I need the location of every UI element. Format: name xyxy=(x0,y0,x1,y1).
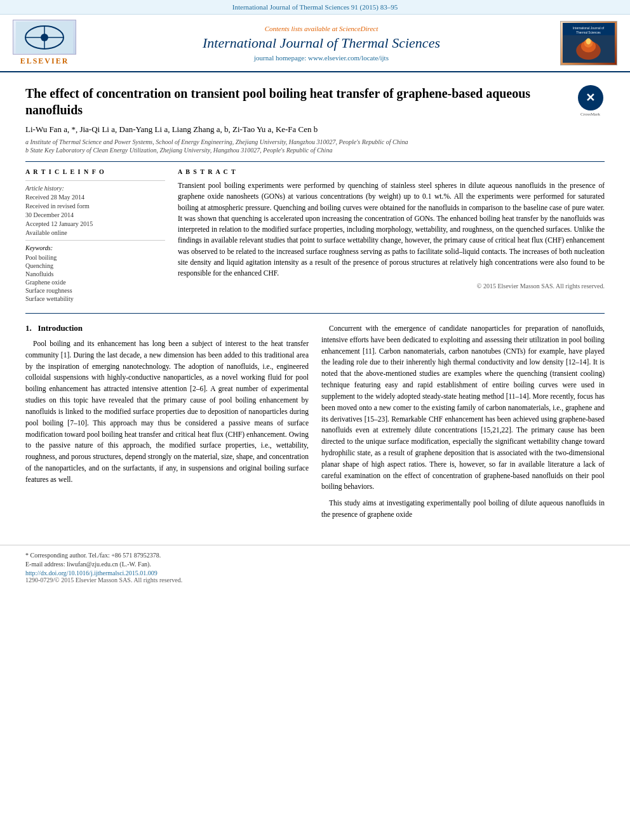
doi-link[interactable]: http://dx.doi.org/10.1016/j.ijthermalsci… xyxy=(25,570,605,577)
keywords-label: Keywords: xyxy=(25,244,165,251)
svg-text:Thermal Sciences: Thermal Sciences xyxy=(576,31,601,34)
elsevier-logo-section: ELSEVIER xyxy=(6,20,83,66)
article-title: The effect of concentration on transient… xyxy=(25,85,566,118)
body-two-col: 1. Introduction Pool boiling and its enh… xyxy=(25,323,605,526)
journal-citation-bar: International Journal of Thermal Science… xyxy=(0,0,630,15)
crossmark-label: CrossMark xyxy=(580,112,600,117)
keyword-5: Surface roughness xyxy=(25,287,165,294)
abstract-copyright: © 2015 Elsevier Masson SAS. All rights r… xyxy=(178,283,605,290)
journal-title: International Journal of Thermal Science… xyxy=(83,35,560,51)
journal-header-center: Contents lists available at ScienceDirec… xyxy=(83,25,560,62)
article-info-abstract: A R T I C L E I N F O Article history: R… xyxy=(25,161,605,303)
svg-point-12 xyxy=(586,38,591,44)
homepage-url[interactable]: www.elsevier.com/locate/ijts xyxy=(308,54,389,62)
authors-line: Li-Wu Fan a, *, Jia-Qi Li a, Dan-Yang Li… xyxy=(25,124,605,135)
footer: * Corresponding author. Tel./fax: +86 57… xyxy=(0,545,630,590)
article-info-column: A R T I C L E I N F O Article history: R… xyxy=(25,168,165,303)
journal-homepage: journal homepage: www.elsevier.com/locat… xyxy=(83,54,560,62)
section-divider xyxy=(25,313,605,314)
affiliation-a: a Institute of Thermal Science and Power… xyxy=(25,138,605,145)
received-date: Received 28 May 2014 xyxy=(25,194,165,201)
keyword-1: Pool boiling xyxy=(25,254,165,261)
abstract-text: Transient pool boiling experiments were … xyxy=(178,180,605,279)
introduction-body: Pool boiling and its enhancement has lon… xyxy=(25,338,309,486)
svg-text:International Journal of: International Journal of xyxy=(573,27,605,30)
article-title-section: The effect of concentration on transient… xyxy=(25,85,605,118)
abstract-column: A B S T R A C T Transient pool boiling e… xyxy=(178,168,605,303)
crossmark-section[interactable]: ✕ CrossMark xyxy=(576,85,605,117)
received-revised-date: 30 December 2014 xyxy=(25,211,165,218)
sciencedirect-link-text[interactable]: ScienceDirect xyxy=(339,25,378,32)
journal-cover-image: International Journal of Thermal Science… xyxy=(560,21,617,65)
journal-header: ELSEVIER Contents lists available at Sci… xyxy=(0,15,630,72)
keyword-4: Graphene oxide xyxy=(25,279,165,286)
keywords-section: Keywords: Pool boiling Quenching Nanoflu… xyxy=(25,240,165,302)
article-content: The effect of concentration on transient… xyxy=(0,72,630,538)
intro-paragraph-1: Pool boiling and its enhancement has lon… xyxy=(25,338,309,486)
article-info-box: Article history: Received 28 May 2014 Re… xyxy=(25,180,165,236)
elsevier-label: ELSEVIER xyxy=(20,57,69,66)
introduction-heading: 1. Introduction xyxy=(25,323,309,333)
corresponding-author: * Corresponding author. Tel./fax: +86 57… xyxy=(25,552,605,559)
issn-line: 1290-0729/© 2015 Elsevier Masson SAS. Al… xyxy=(25,577,605,583)
intro-paragraph-3: This study aims at investigating experim… xyxy=(321,498,605,521)
accepted-date: Accepted 12 January 2015 xyxy=(25,220,165,227)
article-info-heading: A R T I C L E I N F O xyxy=(25,168,165,175)
received-revised-label: Received in revised form xyxy=(25,203,165,210)
svg-point-4 xyxy=(41,34,48,41)
abstract-heading: A B S T R A C T xyxy=(178,168,605,175)
keyword-6: Surface wettability xyxy=(25,295,165,302)
affiliations: a Institute of Thermal Science and Power… xyxy=(25,138,605,154)
keyword-2: Quenching xyxy=(25,262,165,269)
crossmark-icon[interactable]: ✕ xyxy=(578,85,603,110)
journal-citation-text: International Journal of Thermal Science… xyxy=(232,3,398,11)
sciencedirect-info: Contents lists available at ScienceDirec… xyxy=(83,25,560,32)
body-right-column: Concurrent with the emergence of candida… xyxy=(321,323,605,526)
affiliation-b: b State Key Laboratory of Clean Energy U… xyxy=(25,147,605,154)
journal-thumbnail: International Journal of Thermal Science… xyxy=(560,21,624,65)
history-label: Article history: xyxy=(25,185,165,192)
body-left-column: 1. Introduction Pool boiling and its enh… xyxy=(25,323,309,526)
intro-paragraph-2: Concurrent with the emergence of candida… xyxy=(321,323,605,493)
available-online: Available online xyxy=(25,229,165,236)
author-email: E-mail address: liwufan@zju.edu.cn (L.-W… xyxy=(25,561,605,568)
keyword-3: Nanofluids xyxy=(25,270,165,277)
elsevier-logo: ELSEVIER xyxy=(6,20,83,66)
introduction-body-right: Concurrent with the emergence of candida… xyxy=(321,323,605,521)
elsevier-image xyxy=(13,20,76,55)
